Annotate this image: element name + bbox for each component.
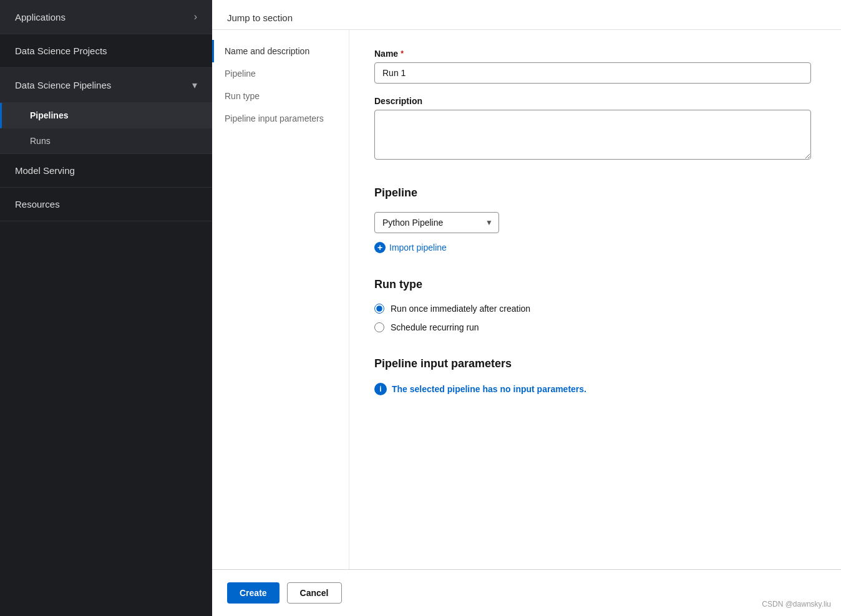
sidebar-item-resources[interactable]: Resources	[0, 188, 212, 221]
sidebar-item-ms-label: Model Serving	[15, 165, 75, 176]
main-content: Jump to section Name and description Pip…	[212, 0, 841, 616]
pipeline-input-section-title: Pipeline input parameters	[374, 357, 811, 370]
sidebar: Applications › Data Science Projects Dat…	[0, 0, 212, 616]
name-label: Name *	[374, 49, 811, 59]
description-group: Description	[374, 96, 811, 161]
section-nav: Name and description Pipeline Run type P…	[212, 30, 349, 569]
form-footer: Create Cancel	[212, 569, 841, 616]
import-pipeline-link[interactable]: + Import pipeline	[374, 242, 447, 253]
schedule-recurring-radio[interactable]	[374, 322, 384, 332]
sidebar-runs-label: Runs	[30, 136, 51, 146]
form-area: Name * Description Pipeline Pyth	[349, 30, 841, 569]
chevron-down-icon: ▾	[192, 79, 197, 91]
pipeline-input-info-box: i The selected pipeline has no input par…	[374, 383, 811, 395]
run-type-section-title: Run type	[374, 278, 811, 291]
pipeline-section: Pipeline Python Pipeline ▼ + Import pipe…	[374, 186, 811, 253]
nav-pipeline[interactable]: Pipeline	[212, 62, 349, 85]
watermark: CSDN @dawnsky.liu	[762, 600, 831, 609]
pipeline-select-wrapper: Python Pipeline ▼	[374, 212, 499, 233]
sidebar-item-model-serving[interactable]: Model Serving	[0, 154, 212, 188]
chevron-right-icon: ›	[194, 11, 197, 22]
info-circle-icon: i	[374, 383, 387, 395]
pipeline-section-title: Pipeline	[374, 186, 811, 200]
required-indicator: *	[401, 49, 404, 58]
run-once-radio[interactable]	[374, 304, 384, 314]
run-type-radio-group: Run once immediately after creation Sche…	[374, 304, 811, 332]
nav-name-description[interactable]: Name and description	[212, 40, 349, 62]
pipeline-input-section: Pipeline input parameters i The selected…	[374, 357, 811, 395]
sidebar-item-data-science-pipelines[interactable]: Data Science Pipelines ▾	[0, 68, 212, 103]
run-type-section: Run type Run once immediately after crea…	[374, 278, 811, 332]
sidebar-item-applications[interactable]: Applications ›	[0, 0, 212, 34]
run-once-option[interactable]: Run once immediately after creation	[374, 304, 811, 314]
create-button[interactable]: Create	[227, 582, 280, 604]
pipeline-select[interactable]: Python Pipeline	[374, 212, 499, 233]
nav-pipeline-input[interactable]: Pipeline input parameters	[212, 107, 349, 130]
description-label: Description	[374, 96, 811, 106]
name-description-section: Name * Description	[374, 49, 811, 161]
sidebar-item-pipelines[interactable]: Pipelines	[0, 103, 212, 128]
description-input[interactable]	[374, 110, 811, 160]
schedule-recurring-option[interactable]: Schedule recurring run	[374, 322, 811, 332]
sidebar-submenu: Pipelines Runs	[0, 103, 212, 154]
pipeline-input-info-text: The selected pipeline has no input param…	[392, 384, 586, 394]
sidebar-item-dsp-label: Data Science Projects	[15, 46, 107, 56]
cancel-button[interactable]: Cancel	[287, 582, 342, 604]
jump-to-section-header: Jump to section	[212, 0, 841, 30]
nav-run-type[interactable]: Run type	[212, 85, 349, 107]
name-group: Name *	[374, 49, 811, 84]
content-area: Name and description Pipeline Run type P…	[212, 30, 841, 569]
import-plus-icon: +	[374, 242, 386, 253]
sidebar-item-dspipelines-label: Data Science Pipelines	[15, 80, 111, 90]
sidebar-pipelines-label: Pipelines	[30, 110, 68, 120]
name-input[interactable]	[374, 62, 811, 84]
sidebar-item-resources-label: Resources	[15, 199, 60, 209]
sidebar-item-applications-label: Applications	[15, 12, 66, 22]
sidebar-item-data-science-projects[interactable]: Data Science Projects	[0, 34, 212, 68]
jump-to-section-label: Jump to section	[227, 12, 293, 23]
sidebar-item-runs[interactable]: Runs	[0, 128, 212, 154]
